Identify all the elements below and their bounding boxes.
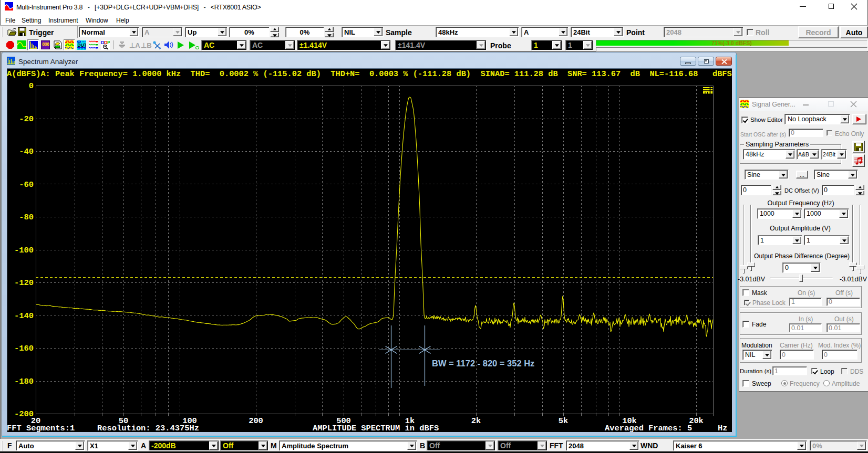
svg-text:o o o: o o o <box>78 46 86 50</box>
svg-text:A(dBFS)A: Peak Frequency= 1.00: A(dBFS)A: Peak Frequency= 1.0000 kHz THD… <box>7 69 732 79</box>
svg-text:-60: -60 <box>19 180 34 189</box>
svg-text:-160: -160 <box>14 344 34 353</box>
svg-text:-140: -140 <box>14 311 34 321</box>
svg-text:Hz: Hz <box>718 424 727 432</box>
svg-text:-100: -100 <box>14 246 34 255</box>
svg-text:P: P <box>107 40 110 45</box>
svg-text:-80: -80 <box>19 213 34 222</box>
svg-text:-180: -180 <box>14 377 34 386</box>
svg-text:AMPLITUDE SPECTRUM in dBFS: AMPLITUDE SPECTRUM in dBFS <box>313 424 439 432</box>
svg-text:-40: -40 <box>19 147 34 156</box>
svg-text:FFT Segments:1: FFT Segments:1 <box>7 424 75 432</box>
svg-text:BW = 1172 - 820 = 352 Hz: BW = 1172 - 820 = 352 Hz <box>432 359 534 368</box>
svg-text:Averaged Frames: 5: Averaged Frames: 5 <box>605 424 692 432</box>
svg-text:2k: 2k <box>471 416 481 426</box>
svg-text:Resolution: 23.4375Hz: Resolution: 23.4375Hz <box>97 424 199 432</box>
svg-text:0: 0 <box>29 81 34 91</box>
svg-text:-120: -120 <box>14 278 34 288</box>
svg-text:-20: -20 <box>19 114 34 124</box>
svg-text:5k: 5k <box>559 416 568 426</box>
svg-text:200: 200 <box>249 416 263 426</box>
